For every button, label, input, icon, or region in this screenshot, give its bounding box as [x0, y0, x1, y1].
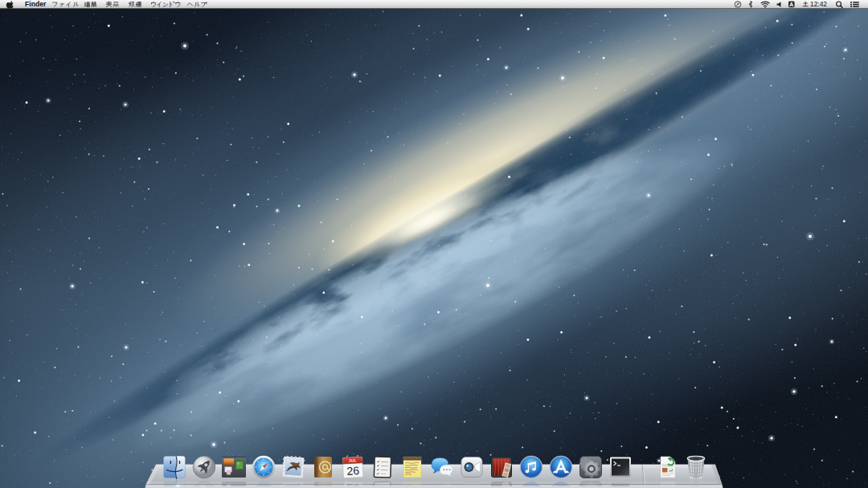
svg-text:JUL: JUL	[349, 457, 358, 463]
svg-text:Finder: Finder	[25, 0, 47, 8]
svg-text:26: 26	[346, 482, 360, 486]
svg-text:26: 26	[346, 464, 360, 478]
svg-text:A: A	[789, 2, 793, 7]
svg-text:12:42: 12:42	[810, 0, 827, 8]
